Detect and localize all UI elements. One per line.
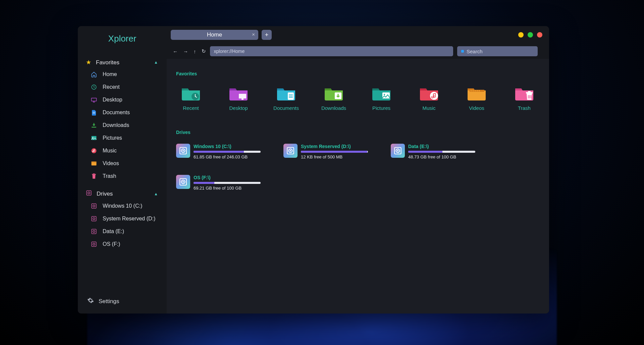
- drive-usage-bar: [194, 151, 261, 153]
- main-area: Home × + ← → ↑ ↻ xplorer://Home Search: [167, 26, 549, 314]
- sidebar-item-home[interactable]: Home: [78, 68, 167, 81]
- settings-label: Settings: [99, 298, 119, 305]
- collapse-icon[interactable]: ▲: [154, 60, 158, 65]
- search-placeholder: Search: [467, 49, 483, 54]
- folder-icon: [419, 85, 439, 101]
- svg-rect-39: [475, 90, 476, 91]
- sidebar-drive-e[interactable]: Data (E:): [78, 225, 167, 238]
- favorite-videos[interactable]: Videos: [462, 85, 491, 111]
- sidebar-item-label: Windows 10 (C:): [103, 203, 142, 209]
- downloads-icon: [91, 122, 97, 129]
- folder-icon: [180, 85, 201, 101]
- sidebar-item-label: Desktop: [103, 97, 122, 103]
- svg-rect-3: [93, 113, 95, 114]
- nav-forward-icon[interactable]: →: [183, 49, 188, 54]
- new-tab-button[interactable]: +: [262, 30, 272, 40]
- search-input[interactable]: Search: [457, 46, 538, 56]
- favorite-music[interactable]: Music: [414, 85, 444, 111]
- sidebar-item-label: Pictures: [103, 135, 122, 141]
- hdd-icon: [91, 215, 97, 222]
- sidebar-item-documents[interactable]: Documents: [78, 106, 167, 119]
- drive-name: OS (F:\): [194, 175, 273, 180]
- minimize-button[interactable]: [518, 32, 524, 38]
- sidebar-item-label: Downloads: [103, 122, 129, 128]
- drive-item[interactable]: Windows 10 (C:\) 61.85 GB free of 246.03…: [176, 144, 273, 159]
- sidebar-drive-c[interactable]: Windows 10 (C:): [78, 200, 167, 212]
- app-title: Xplorer: [78, 33, 167, 44]
- star-icon: ★: [86, 59, 91, 66]
- svg-point-18: [93, 205, 95, 207]
- svg-rect-27: [241, 98, 244, 100]
- favorite-label: Desktop: [229, 105, 248, 111]
- sidebar-item-label: System Reserved (D:): [103, 216, 155, 222]
- drive-free-text: 12 KB free of 500 MB: [301, 154, 381, 159]
- sidebar-item-videos[interactable]: Videos: [78, 157, 167, 170]
- music-icon: [91, 147, 97, 154]
- sidebar-favorites-label: Favorites: [96, 59, 119, 66]
- drive-item[interactable]: Data (E:\) 48.73 GB free of 100 GB: [391, 144, 488, 159]
- folder-icon: [514, 85, 535, 101]
- sidebar-drives-label: Drives: [97, 191, 113, 197]
- svg-point-6: [93, 137, 94, 138]
- folder-icon: [323, 85, 344, 101]
- pictures-icon: [91, 135, 97, 141]
- maximize-button[interactable]: [528, 32, 533, 38]
- drive-item[interactable]: OS (F:\) 69.21 GB free of 100 GB: [176, 175, 273, 191]
- drive-item[interactable]: System Reserved (D:\) 12 KB free of 500 …: [283, 144, 381, 159]
- gear-icon: [87, 297, 94, 305]
- hdd-icon: [283, 144, 298, 158]
- close-tab-icon[interactable]: ×: [252, 31, 255, 37]
- svg-rect-12: [94, 162, 95, 162]
- favorite-label: Trash: [518, 105, 531, 111]
- drive-free-text: 61.85 GB free of 246.03 GB: [194, 154, 273, 159]
- sidebar-item-desktop[interactable]: Desktop: [78, 93, 167, 106]
- svg-rect-46: [531, 95, 531, 98]
- favorite-documents[interactable]: Documents: [271, 85, 301, 111]
- sidebar-item-recent[interactable]: Recent: [78, 81, 167, 93]
- sidebar-item-music[interactable]: Music: [78, 144, 167, 157]
- favorite-downloads[interactable]: Downloads: [319, 85, 348, 111]
- hdd-icon: [91, 203, 97, 209]
- favorites-grid: Recent Desktop Documents Downloads Pictu…: [176, 85, 540, 111]
- sidebar-item-downloads[interactable]: Downloads: [78, 119, 167, 132]
- close-button[interactable]: [537, 32, 542, 38]
- svg-point-34: [384, 94, 385, 95]
- svg-rect-10: [92, 162, 93, 162]
- drive-usage-bar: [301, 151, 368, 153]
- nav-refresh-icon[interactable]: ↻: [202, 48, 206, 54]
- sidebar-drive-d[interactable]: System Reserved (D:): [78, 212, 167, 225]
- sidebar-item-label: Home: [103, 71, 117, 77]
- recent-icon: [91, 84, 97, 90]
- svg-rect-4: [92, 127, 96, 128]
- sidebar-item-label: Documents: [103, 110, 130, 116]
- svg-rect-41: [479, 90, 480, 91]
- drive-icon: [86, 190, 92, 198]
- sidebar-item-pictures[interactable]: Pictures: [78, 132, 167, 144]
- folder-icon: [466, 85, 487, 101]
- trash-icon: [91, 173, 97, 180]
- favorite-pictures[interactable]: Pictures: [367, 85, 396, 111]
- svg-rect-19: [92, 216, 96, 221]
- sidebar-favorites-header[interactable]: ★Favorites ▲: [78, 57, 167, 68]
- sidebar-settings[interactable]: Settings: [78, 290, 167, 314]
- sidebar-drives-header[interactable]: Drives ▲: [78, 188, 167, 200]
- documents-icon: [91, 109, 97, 116]
- sidebar-item-trash[interactable]: Trash: [78, 170, 167, 183]
- desktop-icon: [91, 96, 97, 103]
- nav-back-icon[interactable]: ←: [173, 49, 178, 54]
- collapse-icon[interactable]: ▲: [154, 192, 158, 196]
- favorite-trash[interactable]: Trash: [509, 85, 539, 111]
- drive-name: Data (E:\): [408, 144, 488, 149]
- nav-up-icon[interactable]: ↑: [194, 49, 196, 54]
- folder-icon: [228, 85, 249, 101]
- svg-rect-30: [289, 96, 293, 96]
- sidebar-drive-f[interactable]: OS (F:): [78, 238, 167, 251]
- home-icon: [91, 71, 97, 78]
- address-bar[interactable]: xplorer://Home: [210, 46, 453, 56]
- svg-rect-1: [92, 98, 97, 101]
- tab-home[interactable]: Home ×: [171, 30, 258, 40]
- favorite-recent[interactable]: Recent: [176, 85, 206, 111]
- svg-rect-33: [382, 92, 390, 98]
- sidebar: Xplorer ★Favorites ▲ Home Recent Desktop…: [78, 26, 167, 314]
- favorite-desktop[interactable]: Desktop: [224, 85, 253, 111]
